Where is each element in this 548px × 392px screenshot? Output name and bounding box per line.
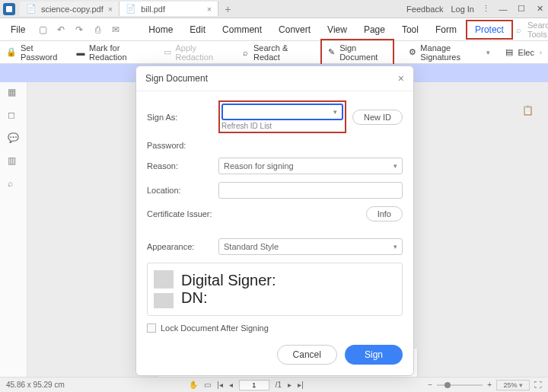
search-redact-button[interactable]: ⌕ Search & Redact: [241, 43, 307, 62]
document-tabs: 📄 science-copy.pdf × 📄 bill.pdf × +: [20, 2, 406, 16]
tab-page[interactable]: Page: [356, 20, 393, 40]
dialog-title: Sign Document: [145, 73, 208, 84]
document-tab-active[interactable]: 📄 bill.pdf ×: [119, 2, 218, 16]
attachment-icon[interactable]: ▥: [8, 155, 20, 167]
bookmark-icon[interactable]: ◻: [8, 110, 20, 122]
mark-redaction-button[interactable]: ▬ Mark for Redaction: [76, 43, 149, 62]
new-id-button[interactable]: New ID: [352, 110, 403, 125]
save-icon[interactable]: ▢: [36, 23, 49, 37]
apply-icon: ▭: [163, 47, 172, 58]
last-page-icon[interactable]: ▸|: [298, 381, 304, 389]
manage-signatures-button[interactable]: ⚙ Manage Signatures▾: [408, 43, 490, 62]
status-bar: 45.86 x 95.29 cm ✋ ▭ |◂ ◂ /1 ▸ ▸| − + 25…: [0, 377, 548, 392]
tb-label: Manage Signatures: [420, 43, 480, 62]
prev-page-icon[interactable]: ◂: [229, 381, 233, 389]
search-tools-label[interactable]: Search Tools: [527, 21, 548, 39]
lock-icon: 🔒: [6, 47, 17, 58]
password-label: Password:: [147, 141, 212, 150]
protect-toolbar: 🔒 Set Password ▬ Mark for Redaction ▭ Ap…: [0, 41, 548, 64]
next-page-icon[interactable]: ▸: [288, 381, 292, 389]
tb-label: Sign Document: [339, 43, 388, 62]
search-tools-icon[interactable]: ⌕: [516, 25, 521, 34]
sign-as-combo[interactable]: ▾: [221, 104, 343, 120]
signature-icon: ✎: [327, 47, 336, 58]
refresh-id-link[interactable]: Refresh ID List: [221, 122, 343, 130]
preview-block: [154, 293, 174, 308]
tab-home[interactable]: Home: [141, 20, 180, 40]
zoom-out-icon[interactable]: −: [428, 381, 432, 389]
tab-tool[interactable]: Tool: [394, 20, 426, 40]
title-bar: 📄 science-copy.pdf × 📄 bill.pdf × + Feed…: [0, 0, 548, 18]
more-icon[interactable]: ⋮: [482, 4, 490, 14]
sign-document-dialog: Sign Document × Sign As: ▾ Refresh ID Li…: [135, 65, 414, 376]
undo-icon[interactable]: ↶: [54, 23, 68, 37]
tab-label: bill.pdf: [141, 5, 165, 14]
location-label: Location:: [147, 186, 212, 195]
app-logo: [3, 3, 15, 15]
issuer-label: Certificate Issuer:: [147, 209, 212, 218]
hand-tool-icon[interactable]: ✋: [189, 381, 198, 389]
reason-combo[interactable]: Reason for signing▾: [218, 158, 403, 174]
redo-icon[interactable]: ↷: [72, 23, 86, 37]
doc-icon: ▤: [504, 47, 515, 58]
close-icon[interactable]: ×: [207, 5, 212, 14]
sign-as-label: Sign As:: [147, 113, 212, 122]
word-export-icon[interactable]: 📋: [522, 105, 534, 117]
document-tab[interactable]: 📄 science-copy.pdf ×: [20, 2, 119, 16]
thumbnails-icon[interactable]: ▦: [8, 87, 20, 99]
info-button[interactable]: Info: [366, 206, 403, 221]
sign-button[interactable]: Sign: [345, 345, 403, 365]
fit-icon[interactable]: ⛶: [534, 381, 542, 389]
add-tab-button[interactable]: +: [218, 3, 237, 15]
preview-line2: DN:: [181, 289, 276, 307]
tab-view[interactable]: View: [320, 20, 355, 40]
tb-label: Search & Redact: [253, 43, 307, 62]
cancel-button[interactable]: Cancel: [277, 345, 337, 365]
menu-bar: File ▢ ↶ ↷ ⎙ ✉ Home Edit Comment Convert…: [0, 18, 548, 41]
preview-line1: Digital Signer:: [181, 272, 276, 289]
file-menu[interactable]: File: [6, 24, 30, 35]
zoom-in-icon[interactable]: +: [487, 381, 492, 389]
location-input[interactable]: [218, 182, 403, 199]
lock-label: Lock Document After Signing: [161, 323, 269, 333]
select-tool-icon[interactable]: ▭: [204, 381, 211, 389]
page-number-input[interactable]: [239, 380, 269, 390]
tab-edit[interactable]: Edit: [182, 20, 213, 40]
set-password-button[interactable]: 🔒 Set Password: [6, 43, 62, 62]
elec-button[interactable]: ▤ Elec›: [504, 47, 542, 58]
zoom-select[interactable]: 25%▾: [496, 380, 530, 390]
page-total: /1: [276, 381, 282, 389]
preview-block: [154, 270, 174, 288]
maximize-icon[interactable]: ☐: [516, 4, 527, 14]
lock-checkbox[interactable]: [147, 323, 156, 333]
left-sidebar: ▦ ◻ 💬 ▥ ⌕: [0, 82, 27, 377]
close-icon[interactable]: ×: [108, 5, 113, 14]
minimize-icon[interactable]: —: [498, 4, 508, 14]
print-icon[interactable]: ⎙: [91, 23, 104, 37]
gear-icon: ⚙: [408, 47, 417, 58]
tab-convert[interactable]: Convert: [271, 20, 318, 40]
pdf-icon: 📄: [126, 4, 136, 14]
comment-icon[interactable]: 💬: [8, 132, 20, 145]
svg-rect-0: [6, 6, 12, 12]
tab-protect[interactable]: Protect: [466, 20, 513, 40]
search-panel-icon[interactable]: ⌕: [8, 178, 20, 190]
mail-icon[interactable]: ✉: [109, 23, 123, 37]
reason-label: Reason:: [147, 161, 212, 171]
tab-label: science-copy.pdf: [41, 5, 104, 14]
tab-comment[interactable]: Comment: [215, 20, 269, 40]
login-link[interactable]: Log In: [451, 5, 474, 14]
tb-label: Set Password: [21, 43, 62, 62]
tb-label: Apply Redaction: [175, 43, 227, 62]
tb-label: Mark for Redaction: [89, 43, 149, 62]
appearance-label: Appearance:: [147, 242, 212, 251]
feedback-link[interactable]: Feedback: [406, 5, 443, 14]
appearance-combo[interactable]: Standard Style▾: [218, 238, 403, 255]
dialog-close-button[interactable]: ×: [398, 72, 404, 84]
first-page-icon[interactable]: |◂: [217, 381, 223, 389]
close-window-icon[interactable]: ✕: [534, 4, 545, 14]
zoom-slider[interactable]: [437, 384, 483, 386]
search-icon: ⌕: [241, 47, 250, 58]
tab-form[interactable]: Form: [428, 20, 464, 40]
sign-document-button[interactable]: ✎ Sign Document: [320, 39, 393, 66]
